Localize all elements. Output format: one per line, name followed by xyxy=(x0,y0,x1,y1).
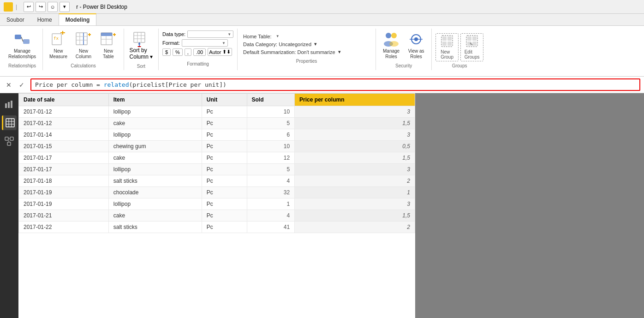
menu-modeling[interactable]: Modeling xyxy=(59,13,97,25)
default-summarization-chevron[interactable]: ▾ xyxy=(338,49,341,55)
sort-items: Sort byColumn ▾ xyxy=(128,29,155,62)
cell-price: 1,5 xyxy=(295,210,415,222)
title-separator: | xyxy=(16,4,17,10)
data-table: Date of sale Item Unit Sold Price per co… xyxy=(18,93,415,233)
table-body: 2017-01-12 lollipop Pc 10 3 2017-01-12 c… xyxy=(19,106,415,233)
cell-item: cake xyxy=(108,210,202,222)
home-table-label: Home Table: xyxy=(243,34,272,39)
svg-rect-23 xyxy=(134,32,145,42)
cell-price: 2 xyxy=(295,175,415,187)
cell-item: lollipop xyxy=(108,198,202,210)
currency-button[interactable]: $ xyxy=(162,48,171,56)
col-header-sold[interactable]: Sold xyxy=(247,94,295,106)
left-sidebar xyxy=(0,93,18,318)
emoji-button[interactable]: ☺ xyxy=(48,2,58,12)
manage-roles-button[interactable]: ManageRoles xyxy=(380,29,403,61)
calculations-group-label: Calculations xyxy=(47,63,120,70)
svg-rect-43 xyxy=(442,42,447,46)
col-header-unit[interactable]: Unit xyxy=(202,94,247,106)
table-row: 2017-01-15 chewing gum Pc 10 0,5 xyxy=(19,141,415,152)
manage-relationships-button[interactable]: ManageRelationships xyxy=(6,29,39,61)
data-category-label: Data Category: Uncategorized xyxy=(243,42,311,47)
manage-roles-icon xyxy=(383,31,400,48)
cell-date: 2017-01-21 xyxy=(19,210,109,222)
cell-price: 1,5 xyxy=(295,152,415,164)
cell-date: 2017-01-17 xyxy=(19,152,109,164)
svg-rect-4 xyxy=(23,39,30,44)
app-icon xyxy=(4,2,13,12)
quick-access-button[interactable]: ▾ xyxy=(60,2,70,12)
cell-sold: 4 xyxy=(247,210,295,222)
menu-soubor[interactable]: Soubor xyxy=(0,14,31,25)
table-row: 2017-01-14 lollipop Pc 6 3 xyxy=(19,129,415,141)
title-text: r - Power BI Desktop xyxy=(76,4,127,10)
model-view-icon[interactable] xyxy=(2,134,17,149)
percent-button[interactable]: % xyxy=(173,48,183,56)
cell-date: 2017-01-19 xyxy=(19,187,109,198)
comma-button[interactable]: , xyxy=(185,48,191,56)
title-bar: | ↩ ↪ ☺ ▾ r - Power BI Desktop xyxy=(0,0,644,14)
menu-home[interactable]: Home xyxy=(31,14,59,25)
undo-button[interactable]: ↩ xyxy=(24,2,34,12)
svg-rect-59 xyxy=(5,137,8,140)
svg-rect-44 xyxy=(447,42,452,46)
data-category-row: Data Category: Uncategorized ▾ xyxy=(243,41,370,47)
new-group-icon xyxy=(441,35,453,49)
new-column-button[interactable]: NewColumn xyxy=(72,29,95,61)
report-view-icon[interactable] xyxy=(2,97,17,112)
formula-cancel-button[interactable]: ✕ xyxy=(4,80,14,90)
new-table-button[interactable]: NewTable xyxy=(97,29,120,61)
svg-rect-10 xyxy=(76,33,87,45)
table-row: 2017-01-19 lollipop Pc 1 3 xyxy=(19,198,415,210)
sort-by-column-button[interactable]: Sort byColumn ▾ xyxy=(128,29,155,62)
format-dropdown[interactable] xyxy=(182,39,228,47)
table-row: 2017-01-12 lollipop Pc 10 3 xyxy=(19,106,415,118)
format-row: Format: xyxy=(162,39,233,47)
auto-spinner[interactable]: Autor ⬆⬇ xyxy=(208,48,232,56)
cell-item: lollipop xyxy=(108,129,202,141)
cell-sold: 12 xyxy=(247,152,295,164)
cell-item: cake xyxy=(108,118,202,129)
decimal-button[interactable]: .00 xyxy=(193,48,206,56)
ribbon-group-sort: Sort byColumn ▾ Sort xyxy=(124,29,159,70)
cell-item: lollipop xyxy=(108,164,202,175)
cell-sold: 6 xyxy=(247,129,295,141)
table-view-icon[interactable] xyxy=(2,115,17,130)
table-row: 2017-01-18 salt sticks Pc 4 2 xyxy=(19,175,415,187)
new-table-icon xyxy=(100,31,117,48)
formula-input[interactable]: Price per column = related(pricelist[Pri… xyxy=(30,78,640,91)
redo-button[interactable]: ↪ xyxy=(36,2,46,12)
svg-rect-46 xyxy=(467,36,471,41)
data-category-chevron[interactable]: ▾ xyxy=(314,41,317,47)
col-header-price[interactable]: Price per column xyxy=(295,94,415,106)
cell-date: 2017-01-14 xyxy=(19,129,109,141)
edit-groups-button[interactable]: ✎ EditGroups xyxy=(460,33,483,61)
cell-unit: Pc xyxy=(202,129,247,141)
data-type-dropdown[interactable] xyxy=(187,30,233,38)
ribbon-content: ManageRelationships Relationships fx xyxy=(0,26,644,76)
cell-date: 2017-01-12 xyxy=(19,118,109,129)
right-panel xyxy=(415,93,644,318)
new-table-label: NewTable xyxy=(103,48,114,60)
col-header-item[interactable]: Item xyxy=(108,94,202,106)
view-as-roles-button[interactable]: View asRoles xyxy=(405,29,428,61)
svg-rect-3 xyxy=(15,35,21,39)
formula-confirm-button[interactable]: ✓ xyxy=(17,80,27,90)
sort-by-column-icon xyxy=(133,30,149,47)
cell-sold: 4 xyxy=(247,175,295,187)
spinner-arrows: ⬆⬇ xyxy=(222,49,231,55)
col-header-date[interactable]: Date of sale xyxy=(19,94,109,106)
table-row: 2017-01-17 lollipop Pc 5 3 xyxy=(19,164,415,175)
home-table-dropdown[interactable] xyxy=(274,33,287,39)
new-measure-label: NewMeasure xyxy=(49,48,67,60)
formula-bar: ✕ ✓ Price per column = related(pricelist… xyxy=(0,77,644,93)
new-measure-button[interactable]: fx NewMeasure xyxy=(47,29,70,61)
new-group-button[interactable]: NewGroup xyxy=(435,33,459,61)
manage-relationships-label: ManageRelationships xyxy=(8,48,36,60)
cell-sold: 5 xyxy=(247,118,295,129)
view-as-roles-icon xyxy=(408,31,424,48)
cell-date: 2017-01-18 xyxy=(19,175,109,187)
table-row: 2017-01-17 cake Pc 12 1,5 xyxy=(19,152,415,164)
ribbon: ManageRelationships Relationships fx xyxy=(0,26,644,77)
cell-sold: 10 xyxy=(247,106,295,118)
